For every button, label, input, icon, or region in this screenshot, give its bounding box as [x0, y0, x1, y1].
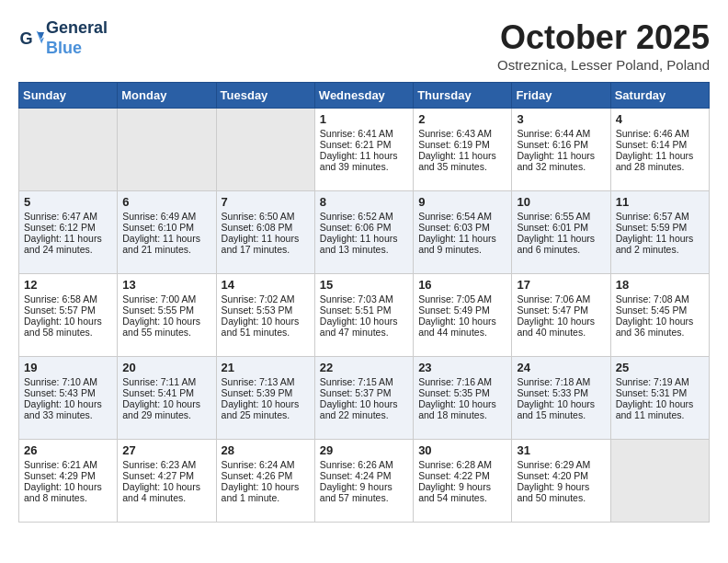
- sunrise-text: Sunrise: 6:49 AM: [122, 211, 210, 222]
- calendar-table: Sunday Monday Tuesday Wednesday Thursday…: [18, 82, 710, 523]
- sunrise-text: Sunrise: 6:24 AM: [222, 459, 310, 470]
- table-row: 20Sunrise: 7:11 AMSunset: 5:41 PMDayligh…: [118, 357, 216, 440]
- table-row: 10Sunrise: 6:55 AMSunset: 6:01 PMDayligh…: [512, 191, 610, 274]
- sunset-text: Sunset: 5:45 PM: [616, 304, 704, 316]
- sunset-text: Sunset: 4:29 PM: [24, 470, 112, 481]
- title-block: October 2025 Ostreznica, Lesser Poland, …: [497, 18, 710, 73]
- daylight-text: Daylight: 10 hours and 1 minute.: [222, 481, 310, 503]
- daylight-text: Daylight: 10 hours and 15 minutes.: [517, 398, 605, 420]
- sunset-text: Sunset: 4:24 PM: [320, 470, 408, 481]
- sunrise-text: Sunrise: 6:21 AM: [24, 459, 112, 470]
- sunrise-text: Sunrise: 7:06 AM: [517, 293, 605, 304]
- table-row: 12Sunrise: 6:58 AMSunset: 5:57 PMDayligh…: [19, 274, 118, 357]
- week-row-1: 1Sunrise: 6:41 AMSunset: 6:21 PMDaylight…: [19, 109, 710, 191]
- col-wednesday: Wednesday: [314, 83, 413, 109]
- sunset-text: Sunset: 5:37 PM: [320, 387, 408, 398]
- table-row: 23Sunrise: 7:16 AMSunset: 5:35 PMDayligh…: [414, 357, 512, 440]
- sunset-text: Sunset: 5:47 PM: [517, 304, 605, 316]
- daylight-text: Daylight: 10 hours and 4 minutes.: [122, 481, 210, 503]
- sunrise-text: Sunrise: 6:57 AM: [616, 211, 704, 222]
- sunset-text: Sunset: 6:06 PM: [320, 222, 408, 233]
- table-row: 31Sunrise: 6:29 AMSunset: 4:20 PMDayligh…: [512, 440, 610, 523]
- sunrise-text: Sunrise: 6:41 AM: [320, 128, 408, 139]
- table-row: 2Sunrise: 6:43 AMSunset: 6:19 PMDaylight…: [414, 109, 512, 191]
- sunrise-text: Sunrise: 7:15 AM: [320, 376, 408, 387]
- sunset-text: Sunset: 6:08 PM: [222, 222, 310, 233]
- sunrise-text: Sunrise: 7:13 AM: [222, 376, 310, 387]
- month-title: October 2025: [497, 18, 710, 57]
- sunset-text: Sunset: 5:59 PM: [616, 222, 704, 233]
- sunrise-text: Sunrise: 6:54 AM: [418, 211, 506, 222]
- sunrise-text: Sunrise: 6:28 AM: [418, 459, 506, 470]
- daylight-text: Daylight: 9 hours and 54 minutes.: [418, 481, 506, 503]
- day-number: 30: [418, 443, 506, 457]
- table-row: 24Sunrise: 7:18 AMSunset: 5:33 PMDayligh…: [512, 357, 610, 440]
- day-number: 8: [320, 195, 408, 209]
- daylight-text: Daylight: 11 hours and 35 minutes.: [418, 150, 506, 172]
- day-number: 5: [24, 195, 112, 209]
- daylight-text: Daylight: 10 hours and 18 minutes.: [418, 398, 506, 420]
- sunrise-text: Sunrise: 6:47 AM: [24, 211, 112, 222]
- daylight-text: Daylight: 11 hours and 21 minutes.: [122, 233, 210, 255]
- sunrise-text: Sunrise: 6:46 AM: [616, 128, 704, 139]
- sunset-text: Sunset: 5:41 PM: [122, 387, 210, 398]
- table-row: 26Sunrise: 6:21 AMSunset: 4:29 PMDayligh…: [19, 440, 118, 523]
- table-row: 9Sunrise: 6:54 AMSunset: 6:03 PMDaylight…: [414, 191, 512, 274]
- sunrise-text: Sunrise: 7:00 AM: [122, 293, 210, 304]
- sunset-text: Sunset: 6:21 PM: [320, 139, 408, 150]
- week-row-3: 12Sunrise: 6:58 AMSunset: 5:57 PMDayligh…: [19, 274, 710, 357]
- sunset-text: Sunset: 6:14 PM: [616, 139, 704, 150]
- table-row: [118, 109, 216, 191]
- table-row: 3Sunrise: 6:44 AMSunset: 6:16 PMDaylight…: [512, 109, 610, 191]
- daylight-text: Daylight: 10 hours and 33 minutes.: [24, 398, 112, 420]
- sunset-text: Sunset: 5:43 PM: [24, 387, 112, 398]
- sunrise-text: Sunrise: 7:16 AM: [418, 376, 506, 387]
- daylight-text: Daylight: 11 hours and 13 minutes.: [320, 233, 408, 255]
- sunrise-text: Sunrise: 6:58 AM: [24, 293, 112, 304]
- daylight-text: Daylight: 11 hours and 24 minutes.: [24, 233, 112, 255]
- table-row: 15Sunrise: 7:03 AMSunset: 5:51 PMDayligh…: [314, 274, 413, 357]
- table-row: 11Sunrise: 6:57 AMSunset: 5:59 PMDayligh…: [610, 191, 709, 274]
- daylight-text: Daylight: 10 hours and 47 minutes.: [320, 316, 408, 338]
- col-friday: Friday: [512, 83, 610, 109]
- calendar-body: 1Sunrise: 6:41 AMSunset: 6:21 PMDaylight…: [19, 109, 710, 523]
- sunrise-text: Sunrise: 6:26 AM: [320, 459, 408, 470]
- sunset-text: Sunset: 6:16 PM: [517, 139, 605, 150]
- day-number: 25: [616, 361, 704, 374]
- daylight-text: Daylight: 10 hours and 11 minutes.: [616, 398, 704, 420]
- sunrise-text: Sunrise: 7:11 AM: [122, 376, 210, 387]
- daylight-text: Daylight: 10 hours and 44 minutes.: [418, 316, 506, 338]
- day-number: 7: [222, 195, 310, 209]
- day-number: 17: [517, 278, 605, 292]
- table-row: 4Sunrise: 6:46 AMSunset: 6:14 PMDaylight…: [610, 109, 709, 191]
- sunset-text: Sunset: 5:55 PM: [122, 304, 210, 316]
- sunrise-text: Sunrise: 7:10 AM: [24, 376, 112, 387]
- sunset-text: Sunset: 5:51 PM: [320, 304, 408, 316]
- daylight-text: Daylight: 10 hours and 36 minutes.: [616, 316, 704, 338]
- calendar-header: Sunday Monday Tuesday Wednesday Thursday…: [19, 83, 710, 109]
- daylight-text: Daylight: 10 hours and 40 minutes.: [517, 316, 605, 338]
- col-thursday: Thursday: [414, 83, 512, 109]
- daylight-text: Daylight: 10 hours and 29 minutes.: [122, 398, 210, 420]
- day-number: 19: [24, 361, 112, 374]
- sunset-text: Sunset: 5:57 PM: [24, 304, 112, 316]
- day-number: 13: [122, 278, 210, 292]
- page-header: G General Blue October 2025 Ostreznica, …: [18, 18, 710, 73]
- daylight-text: Daylight: 11 hours and 39 minutes.: [320, 150, 408, 172]
- logo-icon: G: [18, 26, 44, 52]
- sunrise-text: Sunrise: 6:23 AM: [122, 459, 210, 470]
- location-subtitle: Ostreznica, Lesser Poland, Poland: [497, 57, 710, 73]
- col-saturday: Saturday: [610, 83, 709, 109]
- col-tuesday: Tuesday: [216, 83, 314, 109]
- daylight-text: Daylight: 10 hours and 22 minutes.: [320, 398, 408, 420]
- sunrise-text: Sunrise: 7:08 AM: [616, 293, 704, 304]
- day-number: 24: [517, 361, 605, 374]
- day-number: 6: [122, 195, 210, 209]
- col-sunday: Sunday: [19, 83, 118, 109]
- sunrise-text: Sunrise: 6:43 AM: [418, 128, 506, 139]
- daylight-text: Daylight: 11 hours and 28 minutes.: [616, 150, 704, 172]
- daylight-text: Daylight: 10 hours and 58 minutes.: [24, 316, 112, 338]
- table-row: 21Sunrise: 7:13 AMSunset: 5:39 PMDayligh…: [216, 357, 314, 440]
- table-row: 1Sunrise: 6:41 AMSunset: 6:21 PMDaylight…: [314, 109, 413, 191]
- logo-line1: General: [46, 18, 108, 37]
